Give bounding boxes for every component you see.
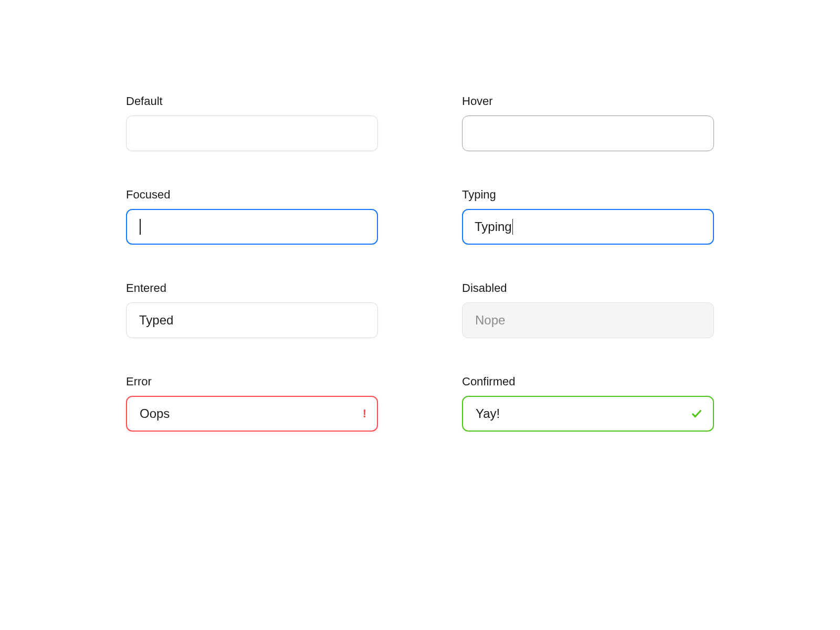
input-default[interactable] [126,116,378,151]
input-wrapper-default [126,116,378,151]
field-label-focused: Focused [126,188,378,202]
input-hover[interactable] [462,116,714,151]
input-typing[interactable] [462,209,714,245]
field-typing: Typing Typing [462,188,714,245]
field-default: Default [126,94,378,151]
input-entered[interactable] [126,302,378,338]
field-confirmed: Confirmed [462,375,714,432]
field-label-entered: Entered [126,281,378,295]
field-label-disabled: Disabled [462,281,714,295]
input-wrapper-confirmed [462,396,714,432]
field-hover: Hover [462,94,714,151]
input-focused[interactable] [126,209,378,245]
field-focused: Focused [126,188,378,245]
field-label-error: Error [126,375,378,388]
field-label-confirmed: Confirmed [462,375,714,388]
field-error: Error ! [126,375,378,432]
input-wrapper-entered [126,302,378,338]
field-label-hover: Hover [462,94,714,108]
field-label-typing: Typing [462,188,714,202]
input-wrapper-error: ! [126,396,378,432]
input-confirmed[interactable] [462,396,714,432]
input-error[interactable] [126,396,378,432]
input-disabled [462,302,714,338]
input-wrapper-typing: Typing [462,209,714,245]
field-disabled: Disabled [462,281,714,338]
input-wrapper-focused [126,209,378,245]
input-states-grid: Default Hover Focused Typing Typing Ente… [126,94,714,432]
input-wrapper-disabled [462,302,714,338]
field-label-default: Default [126,94,378,108]
input-wrapper-hover [462,116,714,151]
field-entered: Entered [126,281,378,338]
